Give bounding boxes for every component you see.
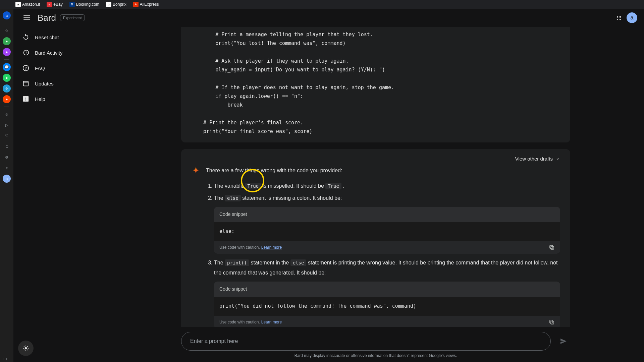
activity-icon[interactable]: ● (3, 37, 11, 45)
prompt-input[interactable]: Enter a prompt here (181, 332, 551, 351)
activity-icon[interactable]: ● (3, 74, 11, 82)
activity-icon[interactable]: ⊙ (3, 142, 11, 150)
activity-icon[interactable]: ● (3, 95, 11, 103)
drafts-row: View other drafts (191, 156, 560, 162)
hamburger-icon (23, 15, 30, 20)
apps-grid-icon[interactable] (616, 14, 623, 21)
activity-icon[interactable]: a (3, 175, 11, 183)
chat-scroll[interactable]: # Print a message telling the player tha… (181, 27, 570, 327)
input-area: Enter a prompt here Bard may display ina… (181, 327, 570, 362)
experiment-badge: Experiment (60, 14, 85, 21)
snippet-header: Code snippet (214, 207, 560, 222)
bookmark-label: eBay (53, 2, 62, 7)
sidebar-item-label: Help (35, 96, 45, 102)
bard-spark-icon (191, 166, 201, 176)
bookmark-favicon: e (47, 2, 52, 7)
copy-button[interactable] (549, 319, 555, 325)
app-frame: Bard Experiment a Reset chatBard Activit… (13, 9, 644, 362)
snippet-footer: Use code with caution. Learn more (214, 241, 560, 254)
theme-fab[interactable] (18, 341, 34, 356)
svg-line-16 (27, 350, 28, 350)
body: Reset chatBard Activity?FAQUpdates!Help … (13, 27, 644, 362)
inline-code: True (325, 183, 341, 189)
caution-text: Use code with caution. (219, 244, 260, 251)
bookmark-label: AliExpress (140, 2, 159, 7)
caution-text: Use code with caution. (219, 318, 260, 326)
svg-line-15 (24, 346, 24, 347)
bookmark-label: Amazon.it (22, 2, 40, 7)
svg-rect-2 (23, 81, 29, 86)
avatar[interactable]: a (627, 12, 637, 23)
svg-rect-7 (550, 245, 553, 248)
send-icon (559, 337, 568, 345)
copy-icon (549, 244, 555, 250)
sidebar-item-help[interactable]: ?FAQ (17, 61, 103, 75)
learn-more-link[interactable]: Learn more (261, 318, 282, 326)
list-item: The variable True is misspelled. It shou… (214, 181, 560, 191)
snippet-footer: Use code with caution. Learn more (214, 316, 560, 327)
inline-code: else (225, 195, 241, 201)
learn-more-link[interactable]: Learn more (261, 244, 282, 251)
user-code-block: # Print a message telling the player tha… (181, 27, 570, 142)
bookmark-label: Booking.com (76, 2, 99, 7)
disclaimer-text: Bard may display inaccurate or offensive… (181, 351, 570, 359)
inline-code: else (290, 259, 307, 266)
content-area: # Print a message telling the player tha… (107, 27, 644, 362)
activity-icon[interactable]: ✦ (3, 164, 11, 172)
activity-icon[interactable]: ● (3, 48, 11, 56)
response-body: The variable True is misspelled. It shou… (191, 181, 560, 327)
snippet-body: print("You did not follow the command! T… (214, 297, 560, 316)
activity-icon[interactable]: ✈ (3, 84, 11, 93)
input-row: Enter a prompt here (181, 332, 570, 351)
bookmark-favicon: a (15, 2, 21, 7)
activity-icon[interactable]: 💬 (3, 63, 11, 71)
chevron-down-icon (555, 157, 560, 161)
bookmarks-bar: aAmazon.iteeBayBBooking.combBonprixAAliE… (0, 0, 644, 9)
bookmark-favicon: B (69, 2, 75, 7)
sidebar-item-reset[interactable]: Reset chat (17, 30, 103, 44)
bookmark-item[interactable]: eeBay (45, 1, 64, 8)
svg-rect-6 (551, 246, 554, 249)
copy-button[interactable] (549, 244, 555, 250)
activity-icon[interactable]: ▷ (3, 121, 11, 129)
activity-icon[interactable]: ⌂ (3, 11, 11, 19)
svg-rect-9 (550, 320, 553, 323)
view-drafts-button[interactable]: View other drafts (515, 156, 560, 162)
code-snippet: Code snippet else: Use code with caution… (214, 207, 560, 254)
bookmark-favicon: A (133, 2, 139, 7)
sidebar-item-updates[interactable]: Updates (17, 76, 103, 90)
svg-point-10 (25, 347, 27, 350)
svg-text:!: ! (25, 97, 26, 102)
tray-icon[interactable]: ⋮⋮ (1, 358, 8, 361)
sidebar-item-label: Reset chat (35, 35, 59, 40)
bookmark-item[interactable]: AAliExpress (131, 1, 161, 8)
menu-button[interactable] (20, 11, 34, 24)
snippet-body: else: (214, 222, 560, 241)
svg-line-17 (24, 350, 24, 350)
bookmark-item[interactable]: bBonprix (104, 1, 128, 8)
bookmark-item[interactable]: aAmazon.it (13, 1, 42, 8)
history-icon (22, 49, 30, 56)
svg-line-18 (27, 346, 28, 347)
activity-bar: ⌂☆●●💬●✈●☺▷♡⊙⚙✦a (0, 9, 13, 362)
response-card: View other drafts There are a few things… (181, 149, 570, 327)
svg-rect-8 (551, 321, 554, 324)
sidebar-item-history[interactable]: Bard Activity (17, 46, 103, 60)
bookmark-label: Bonprix (113, 2, 126, 7)
activity-icon[interactable]: ☆ (3, 26, 11, 35)
response-header: There are a few things wrong with the co… (191, 166, 560, 176)
activity-icon[interactable]: ☺ (3, 110, 11, 118)
inline-code: True (245, 183, 261, 189)
sidebar-item-label: Updates (35, 81, 54, 86)
bookmark-item[interactable]: BBooking.com (67, 1, 101, 8)
response-intro: There are a few things wrong with the co… (206, 166, 342, 175)
send-button[interactable] (557, 335, 570, 348)
activity-icon[interactable]: ⚙ (3, 153, 11, 161)
list-item: The else statement is missing a colon. I… (214, 193, 560, 254)
sidebar-item-label: FAQ (35, 65, 45, 71)
reset-icon (22, 34, 30, 41)
activity-icon[interactable]: ♡ (3, 132, 11, 140)
sidebar: Reset chatBard Activity?FAQUpdates!Help (13, 27, 107, 362)
sidebar-item-flag[interactable]: !Help (17, 92, 103, 106)
svg-text:?: ? (25, 66, 27, 71)
